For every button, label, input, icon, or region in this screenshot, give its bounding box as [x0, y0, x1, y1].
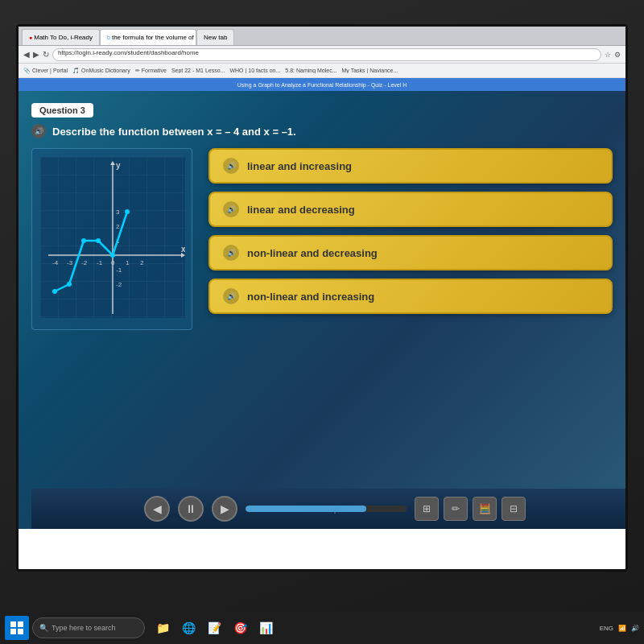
- svg-text:-2: -2: [116, 281, 122, 288]
- svg-text:y: y: [116, 161, 121, 170]
- table-tool-button[interactable]: ⊟: [502, 497, 526, 521]
- tab-bar: ● Math To Do, i-Ready b the formula for …: [19, 27, 625, 46]
- option4-speaker-icon[interactable]: 🔊: [223, 288, 239, 304]
- laptop-shell: ● Math To Do, i-Ready b the formula for …: [0, 0, 644, 644]
- option-nonlinear-decreasing[interactable]: 🔊 non-linear and decreasing: [208, 235, 613, 270]
- pencil-tool-button[interactable]: ✏: [444, 497, 468, 521]
- sys-tray: ENG 📶 🔊: [600, 625, 639, 632]
- browser-actions: ☆⚙: [605, 51, 621, 59]
- calc-tool-button[interactable]: 🧮: [473, 497, 497, 521]
- option-nonlinear-increasing[interactable]: 🔊 non-linear and increasing: [208, 279, 613, 314]
- progress-container: 75% Complete: [246, 506, 407, 512]
- keyboard-layout-icon: ENG: [600, 625, 613, 632]
- svg-point-21: [67, 282, 72, 287]
- taskbar-word[interactable]: 📝: [203, 617, 225, 639]
- wifi-icon: 📶: [618, 625, 626, 632]
- svg-text:-1: -1: [116, 266, 122, 274]
- taskbar: 🔍 Type here to search 📁 🌐 📝 🎯 📊 ENG 📶 🔊: [0, 612, 644, 644]
- quiz-area: Question 3 🔊 Describe the function betwe…: [19, 91, 625, 529]
- svg-text:x: x: [181, 245, 185, 254]
- svg-point-22: [81, 238, 86, 243]
- content-row: x y -4 -3 -2 -1 0 1 2: [31, 148, 613, 330]
- option1-speaker-icon[interactable]: 🔊: [223, 158, 239, 174]
- bookmark-who[interactable]: WHO | 10 facts on...: [229, 68, 280, 73]
- svg-text:2: 2: [116, 223, 120, 230]
- tab-formula[interactable]: b the formula for the volume of a...: [100, 29, 196, 45]
- bookmark-sept22[interactable]: Sept 22 - M1 Lesso...: [171, 68, 225, 73]
- bookmark-formative[interactable]: ✏ Formative: [135, 68, 167, 74]
- svg-rect-26: [10, 621, 16, 627]
- svg-point-20: [52, 289, 57, 294]
- svg-point-23: [96, 238, 101, 243]
- svg-text:3: 3: [116, 208, 120, 216]
- option3-speaker-icon[interactable]: 🔊: [223, 245, 239, 261]
- screen: ● Math To Do, i-Ready b the formula for …: [16, 24, 628, 572]
- taskbar-file-explorer[interactable]: 📁: [151, 617, 174, 639]
- forward-button[interactable]: ▶: [212, 496, 237, 522]
- svg-text:1: 1: [126, 259, 130, 266]
- svg-text:-2: -2: [81, 259, 88, 266]
- options-container: 🔊 linear and increasing 🔊 linear and dec…: [208, 148, 613, 314]
- bookmark-clever[interactable]: 📎 Clever | Portal: [23, 68, 68, 74]
- graph-container: x y -4 -3 -2 -1 0 1 2: [31, 148, 192, 330]
- pause-button[interactable]: ⏸: [178, 496, 204, 522]
- speaker-icon: 🔊: [631, 625, 639, 632]
- svg-text:-1: -1: [97, 259, 103, 266]
- svg-rect-27: [18, 621, 23, 627]
- graph-svg: x y -4 -3 -2 -1 0 1 2: [40, 157, 185, 318]
- svg-text:-3: -3: [67, 259, 73, 266]
- taskbar-app2[interactable]: 📊: [254, 617, 277, 639]
- grid-tool-button[interactable]: ⊞: [415, 497, 439, 521]
- bookmark-onmusic[interactable]: 🎵 OnMusic Dictionary: [72, 68, 130, 74]
- search-bar[interactable]: 🔍 Type here to search: [32, 617, 145, 638]
- bookmarks-bar: 📎 Clever | Portal 🎵 OnMusic Dictionary ✏…: [19, 64, 625, 78]
- back-button[interactable]: ◀: [144, 496, 170, 522]
- svg-point-25: [125, 209, 130, 214]
- taskbar-app1[interactable]: 🎯: [229, 617, 251, 639]
- address-input[interactable]: https://login.i-ready.com/student/dashbo…: [52, 48, 601, 61]
- bookmark-naming[interactable]: 5.8: Naming Molec...: [285, 68, 336, 73]
- svg-text:-4: -4: [52, 259, 59, 266]
- svg-text:2: 2: [140, 259, 144, 266]
- bookmark-mytasks[interactable]: My Tasks | Naviance...: [342, 68, 398, 73]
- svg-rect-28: [10, 629, 16, 634]
- tab-newtab[interactable]: New tab: [196, 29, 234, 45]
- taskbar-icons: 📁 🌐 📝 🎯 📊: [151, 617, 277, 639]
- taskbar-edge[interactable]: 🌐: [177, 617, 200, 639]
- option2-speaker-icon[interactable]: 🔊: [223, 201, 239, 217]
- question-speaker-icon[interactable]: 🔊: [31, 124, 46, 138]
- quiz-title-bar: Using a Graph to Analyze a Functional Re…: [19, 78, 625, 91]
- start-button[interactable]: [5, 616, 29, 640]
- svg-point-24: [110, 253, 115, 258]
- question-text: 🔊 Describe the function between x = – 4 …: [31, 124, 613, 138]
- nav-controls[interactable]: ◀▶↻: [23, 50, 49, 59]
- tab-iready[interactable]: ● Math To Do, i-Ready: [22, 29, 100, 45]
- progress-text: 75% Complete: [302, 506, 349, 514]
- tool-buttons: ⊞ ✏ 🧮 ⊟: [415, 497, 526, 521]
- option-linear-decreasing[interactable]: 🔊 linear and decreasing: [208, 192, 613, 227]
- svg-text:0: 0: [111, 259, 115, 266]
- option-linear-increasing[interactable]: 🔊 linear and increasing: [208, 148, 613, 184]
- address-bar-row: ◀▶↻ https://login.i-ready.com/student/da…: [19, 46, 625, 64]
- question-badge: Question 3: [31, 103, 93, 118]
- search-icon: 🔍: [39, 624, 48, 632]
- bottom-controls: ◀ ⏸ ▶ 75% Complete ⊞ ✏ 🧮 ⊟: [31, 489, 628, 529]
- svg-rect-29: [18, 629, 23, 634]
